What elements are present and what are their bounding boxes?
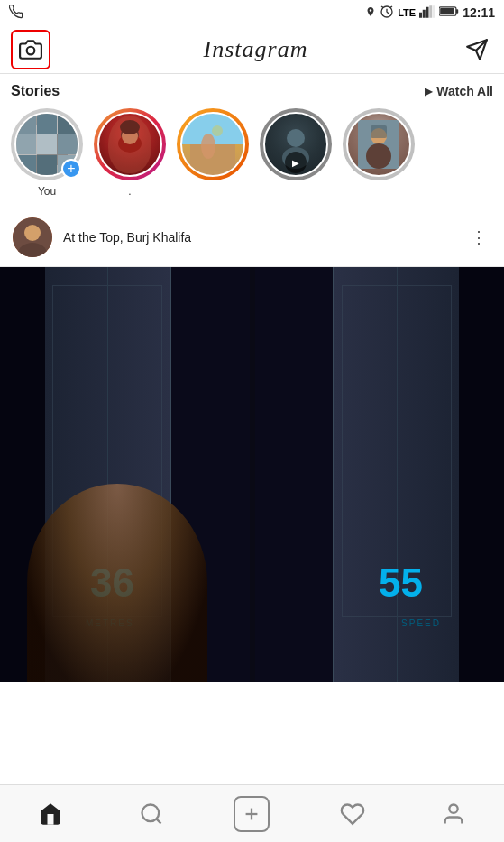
post-avatar — [13, 217, 52, 257]
elevator-center-gap — [250, 267, 255, 682]
time-display: 12:11 — [463, 5, 495, 20]
svg-rect-3 — [419, 12, 422, 17]
alarm-icon — [380, 5, 394, 22]
svg-point-15 — [118, 134, 142, 153]
story-avatar-1 — [97, 112, 162, 177]
svg-point-20 — [212, 125, 223, 136]
svg-point-26 — [366, 143, 391, 169]
svg-point-35 — [449, 804, 457, 812]
svg-point-17 — [120, 120, 140, 134]
svg-rect-7 — [433, 5, 435, 18]
svg-rect-6 — [429, 5, 432, 18]
svg-rect-27 — [371, 125, 387, 138]
location-icon — [365, 5, 376, 22]
top-navigation: Instagram — [0, 25, 504, 74]
svg-line-32 — [156, 819, 160, 823]
heart-icon — [340, 801, 365, 827]
nav-heart[interactable] — [302, 785, 403, 842]
send-icon — [465, 38, 489, 61]
add-story-badge[interactable]: + — [61, 159, 81, 179]
stories-header: Stories ▶ Watch All — [11, 83, 493, 99]
story-avatar-2 — [180, 112, 245, 177]
post-image: 36 METRES 55 SPEED — [0, 267, 504, 682]
send-button[interactable] — [461, 33, 493, 66]
story-item-4[interactable] — [343, 108, 415, 185]
svg-point-11 — [27, 46, 35, 54]
phone-icon — [9, 5, 23, 22]
svg-point-21 — [201, 134, 215, 159]
story-avatar-wrapper-2 — [177, 108, 249, 180]
stories-section: Stories ▶ Watch All — [0, 74, 504, 208]
watch-all-label: Watch All — [436, 84, 493, 98]
svg-point-29 — [24, 225, 41, 241]
story-label-1: . — [128, 185, 131, 198]
dark-right — [454, 267, 504, 682]
story-ring-4 — [343, 108, 415, 180]
network-label: LTE — [398, 7, 416, 18]
svg-point-14 — [121, 124, 139, 145]
svg-point-22 — [287, 129, 305, 147]
floor-sub-right: SPEED — [401, 618, 441, 628]
elevator-scene: 36 METRES 55 SPEED — [0, 267, 504, 682]
stories-title: Stories — [11, 83, 60, 99]
nav-home[interactable] — [0, 785, 101, 842]
add-button[interactable] — [234, 796, 270, 832]
stories-row: + You . — [11, 108, 493, 203]
story-ring-1 — [94, 108, 166, 180]
story-ring-2 — [177, 108, 249, 180]
status-right: LTE 12:11 — [365, 5, 495, 22]
story-avatar-wrapper-4 — [343, 108, 415, 180]
status-bar: LTE 12:11 — [0, 0, 504, 25]
app-logo: Instagram — [204, 36, 308, 63]
search-icon — [139, 801, 164, 827]
svg-rect-9 — [456, 9, 458, 14]
status-left — [9, 5, 23, 22]
svg-line-2 — [390, 6, 392, 7]
svg-rect-10 — [440, 8, 454, 14]
story-item-3[interactable]: ▶ — [260, 108, 332, 185]
bottom-navigation — [0, 784, 504, 842]
story-avatar-wrapper-you: + — [11, 108, 83, 180]
nav-add[interactable] — [202, 785, 303, 842]
post-header: At the Top, Burj Khalifa ⋮ — [0, 208, 504, 267]
more-icon: ⋮ — [471, 227, 488, 247]
watch-all-button[interactable]: ▶ Watch All — [425, 84, 493, 98]
svg-point-16 — [122, 128, 138, 144]
camera-icon — [19, 38, 42, 61]
story-item-you[interactable]: + You — [11, 108, 83, 198]
post-title: At the Top, Burj Khalifa — [63, 230, 466, 245]
nav-search[interactable] — [101, 785, 202, 842]
camera-button[interactable] — [11, 30, 50, 69]
svg-line-1 — [381, 6, 383, 7]
home-icon — [38, 801, 63, 827]
story-avatar-wrapper-3: ▶ — [260, 108, 332, 180]
svg-rect-4 — [423, 9, 426, 17]
battery-icon — [439, 5, 459, 20]
add-icon — [242, 804, 261, 824]
story-item-2[interactable] — [177, 108, 249, 185]
svg-rect-5 — [426, 6, 429, 17]
svg-point-31 — [142, 804, 159, 821]
play-badge: ▶ — [285, 152, 307, 173]
more-button[interactable]: ⋮ — [466, 225, 491, 250]
nav-profile[interactable] — [403, 785, 504, 842]
floor-number-right: 55 — [379, 560, 423, 606]
story-item-1[interactable]: . — [94, 108, 166, 198]
story-avatar-wrapper-1 — [94, 108, 166, 180]
story-label-you: You — [38, 185, 56, 198]
signal-icon — [419, 5, 435, 21]
profile-icon — [441, 801, 466, 827]
person-silhouette — [27, 484, 207, 682]
story-avatar-4 — [346, 112, 411, 177]
play-icon: ▶ — [425, 86, 432, 97]
